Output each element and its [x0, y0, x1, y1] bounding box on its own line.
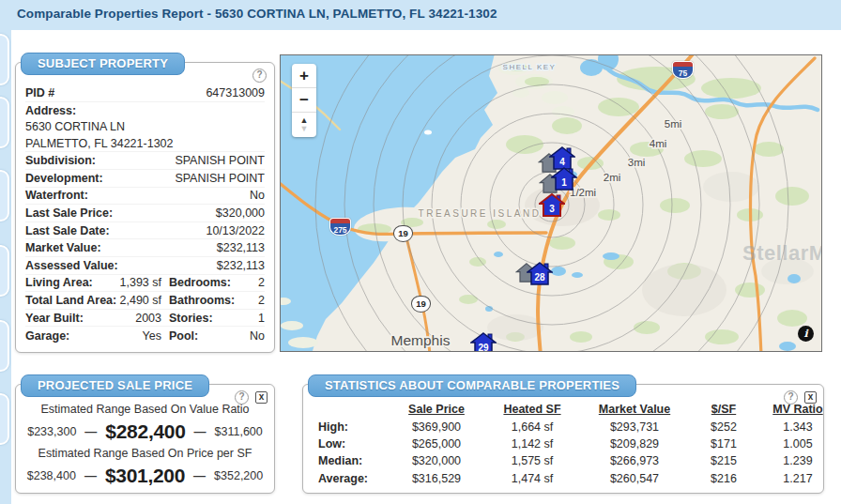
dash: — [84, 424, 97, 438]
radius-label-3mi: 3mi [628, 157, 646, 168]
us-19-shield: 19 [411, 296, 431, 313]
map-label-memphis: Memphis [391, 332, 451, 348]
range-high: $352,200 [214, 469, 263, 482]
svg-text:28: 28 [534, 272, 545, 283]
svg-text:29: 29 [478, 343, 489, 352]
pitch-toggle-button[interactable]: ▲ ▼ [292, 113, 316, 136]
dash: — [84, 468, 97, 482]
field-year-built-stories: Year Built:2003 Stories:1 [25, 310, 265, 328]
field-address-label: Address: [25, 102, 265, 120]
collapsed-side-tab[interactable] [0, 170, 9, 221]
left-panel-strip [0, 30, 11, 504]
page-title: Comparable Properties Report - 5630 CORT… [17, 7, 497, 21]
collapsed-side-tab[interactable] [0, 320, 9, 372]
statistics-header-row: Sale Price Heated SF Market Value $/SF M… [311, 401, 838, 418]
chevron-down-icon: ▼ [292, 125, 316, 133]
range-high: $311,600 [215, 425, 263, 438]
statistics-panel-title: STATISTICS ABOUT COMPARABLE PROPERTIES [308, 374, 636, 397]
radius-label-4mi: 4mi [650, 138, 667, 149]
header-bar: Comparable Properties Report - 5630 CORT… [0, 0, 841, 30]
field-market-value: Market Value: $232,113 [25, 239, 265, 257]
collapsed-side-tab[interactable] [0, 97, 9, 148]
dash: — [193, 468, 206, 482]
subject-property-fields: PID # 647313009 Address: 5630 CORTINA LN… [25, 84, 265, 344]
range-caption-price-per-sf: Estimated Range Based On Price per SF [22, 444, 268, 463]
field-garage-pool: Garage:Yes Pool:No [25, 327, 265, 344]
map-zoom-control: + − ▲ ▼ [292, 64, 316, 137]
statistics-row-low: Low: $265,000 1,142 sf $209,829 $171 1.0… [311, 435, 838, 452]
statistics-table: Sale Price Heated SF Market Value $/SF M… [311, 401, 838, 487]
range-low: $233,300 [27, 425, 76, 438]
map[interactable]: SHELL KEY TREASURE ISLAND Memphis 1/2mi … [280, 54, 822, 352]
interstate-75-shield: 75 [672, 61, 694, 79]
svg-text:4: 4 [559, 157, 565, 167]
radius-label-5mi: 5mi [665, 118, 682, 130]
map-marker-comp-28[interactable]: 28 [527, 262, 553, 289]
projected-ranges: Estimated Range Based On Value Ratio $23… [22, 400, 268, 488]
range-low: $238,400 [27, 469, 76, 482]
statistics-row-high: High: $369,900 1,664 sf $293,731 $252 1.… [311, 418, 838, 435]
range-values-price-per-sf: $238,400 — $301,200 — $352,200 [22, 463, 268, 488]
map-marker-comp-29[interactable]: 29 [470, 332, 497, 352]
field-living-area-bedrooms: Living Area:1,393 sf Bedrooms:2 [25, 275, 265, 293]
range-caption-value-ratio: Estimated Range Based On Value Ratio [22, 400, 268, 419]
collapsed-side-tab[interactable] [0, 34, 9, 85]
field-pid: PID # 647313009 [25, 84, 265, 102]
map-label-shell-key: SHELL KEY [503, 63, 557, 71]
help-icon[interactable]: ? [252, 69, 267, 83]
field-land-area-bathrooms: Total Land Area:2,490 sf Bathrooms:2 [25, 292, 265, 310]
collapsed-side-tab[interactable] [0, 393, 9, 445]
map-info-icon[interactable]: i [798, 326, 814, 342]
address-line-2: PALMETTO, FL 34221-1302 [25, 136, 265, 153]
statistics-panel: STATISTICS ABOUT COMPARABLE PROPERTIES ?… [302, 384, 824, 494]
us-19-shield: 19 [393, 225, 413, 242]
radius-label-2mi: 2mi [604, 172, 621, 183]
stellar-mls-watermark: StellarMLS [742, 241, 822, 266]
zoom-out-button[interactable]: − [292, 88, 316, 113]
map-marker-comp-1[interactable]: 1 [551, 167, 577, 194]
projected-sale-price-panel: PROJECTED SALE PRICE ? x Estimated Range… [15, 384, 275, 494]
map-marker-subject-3[interactable]: 3 [539, 193, 565, 221]
statistics-row-average: Average: $316,529 1,474 sf $260,547 $216… [311, 470, 838, 487]
address-line-1: 5630 CORTINA LN [25, 119, 265, 136]
svg-text:1: 1 [561, 177, 567, 188]
svg-text:3: 3 [549, 204, 555, 214]
dash: — [194, 424, 206, 438]
interstate-275-shield: 275 [329, 218, 351, 236]
field-subdivision: Subdivision: SPANISH POINT [25, 152, 265, 170]
field-last-sale-price: Last Sale Price: $320,000 [25, 205, 265, 222]
range-values-value-ratio: $233,300 — $282,400 — $311,600 [22, 419, 268, 444]
projected-sale-price-title: PROJECTED SALE PRICE [21, 374, 209, 397]
subject-property-panel: SUBJECT PROPERTY ? PID # 647313009 Addre… [15, 62, 275, 353]
map-label-treasure-island: TREASURE ISLAND [419, 208, 542, 219]
field-assessed-value: Assessed Value: $232,113 [25, 257, 265, 275]
field-development: Development: SPANISH POINT [25, 170, 265, 188]
field-waterfront: Waterfront: No [25, 188, 265, 206]
range-mid: $301,200 [105, 465, 185, 487]
field-last-sale-date: Last Sale Date: 10/13/2022 [25, 222, 265, 240]
subject-property-panel-title: SUBJECT PROPERTY [21, 53, 185, 75]
zoom-in-button[interactable]: + [292, 64, 316, 88]
comparable-properties-report-page: Comparable Properties Report - 5630 CORT… [0, 0, 841, 504]
statistics-row-median: Median: $320,000 1,575 sf $266,973 $215 … [311, 452, 838, 469]
collapsed-side-tab[interactable] [0, 245, 9, 297]
range-mid: $282,400 [105, 420, 185, 443]
